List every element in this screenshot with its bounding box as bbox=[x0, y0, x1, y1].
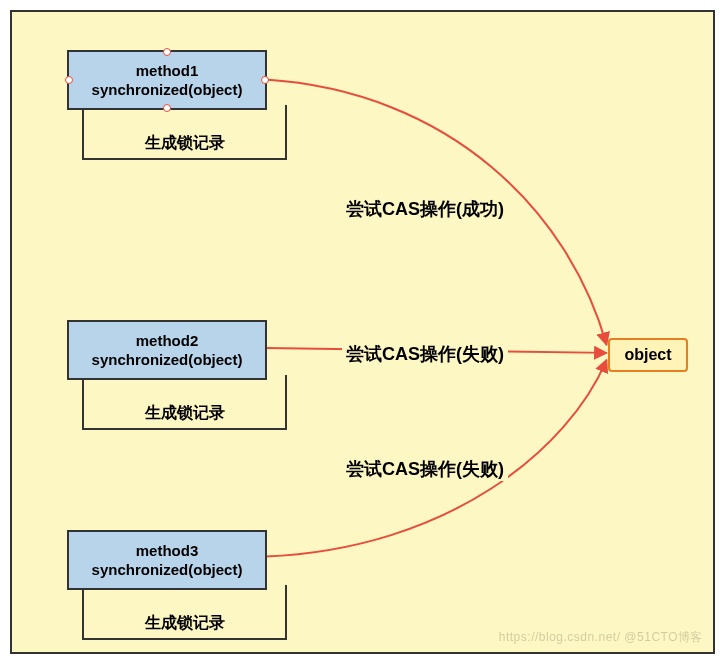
diagram-canvas: 生成锁记录 method1 synchronized(object) 生成锁记录… bbox=[10, 10, 715, 654]
edge-label-method1: 尝试CAS操作(成功) bbox=[342, 197, 508, 221]
edge-label-method2: 尝试CAS操作(失败) bbox=[342, 342, 508, 366]
method-name: method3 bbox=[136, 541, 199, 561]
selection-handle-icon[interactable] bbox=[163, 48, 171, 56]
object-label: object bbox=[624, 346, 671, 364]
method-name: method1 bbox=[136, 61, 199, 81]
edge-label-method3: 尝试CAS操作(失败) bbox=[342, 457, 508, 481]
method1-box[interactable]: method1 synchronized(object) bbox=[67, 50, 267, 110]
method-lock-expr: synchronized(object) bbox=[92, 350, 243, 370]
method-lock-expr: synchronized(object) bbox=[92, 80, 243, 100]
method2-box[interactable]: method2 synchronized(object) bbox=[67, 320, 267, 380]
selection-handle-icon[interactable] bbox=[261, 76, 269, 84]
method3-box[interactable]: method3 synchronized(object) bbox=[67, 530, 267, 590]
object-box[interactable]: object bbox=[608, 338, 688, 372]
selection-handle-icon[interactable] bbox=[65, 76, 73, 84]
selection-handle-icon[interactable] bbox=[163, 104, 171, 112]
method-name: method2 bbox=[136, 331, 199, 351]
method-lock-expr: synchronized(object) bbox=[92, 560, 243, 580]
